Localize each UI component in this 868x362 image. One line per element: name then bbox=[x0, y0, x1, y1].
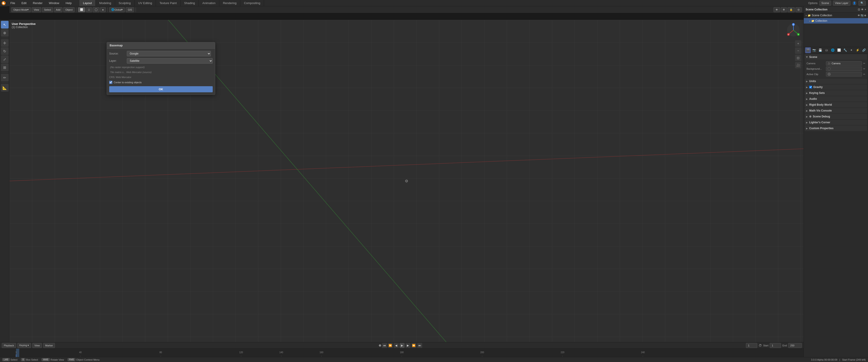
outliner-add-icon[interactable]: + bbox=[865, 8, 866, 11]
playback-menu[interactable]: Playback bbox=[2, 343, 16, 348]
prop-tab-render[interactable]: 📷 bbox=[811, 47, 817, 53]
proportional-edit[interactable]: ◎ bbox=[796, 7, 802, 12]
add-menu[interactable]: Add bbox=[54, 7, 63, 12]
units-section-header[interactable]: ▶ Units bbox=[805, 79, 867, 84]
layer-select[interactable]: Satellite Street Hybrid bbox=[127, 58, 213, 63]
prop-tab-object[interactable]: ⬜ bbox=[836, 47, 842, 53]
custom-props-header[interactable]: ▶ Custom Properties bbox=[805, 126, 867, 131]
scene-section-header[interactable]: ▶ Scene bbox=[805, 54, 867, 60]
prev-frame-btn[interactable]: ⏪ bbox=[388, 343, 393, 348]
timeline-view-menu[interactable]: View bbox=[32, 343, 42, 348]
prop-tab-modifier[interactable]: 🔧 bbox=[842, 47, 848, 53]
center-checkbox[interactable] bbox=[109, 81, 112, 84]
collection-render-icon[interactable]: 📷 bbox=[861, 14, 864, 17]
prop-tab-world[interactable]: 🌐 bbox=[830, 47, 836, 53]
audio-section-header[interactable]: ▶ Audio bbox=[805, 96, 867, 102]
workspace-tab-modeling[interactable]: Modeling bbox=[96, 0, 115, 6]
workspace-tab-uv[interactable]: UV Editing bbox=[134, 0, 156, 6]
jump-start-btn[interactable]: ⏮ bbox=[382, 343, 387, 348]
view-layer-select[interactable]: View Layer bbox=[833, 1, 850, 6]
marker-menu[interactable]: Marker bbox=[43, 343, 55, 348]
viewport-shading-solid[interactable]: ⬜ bbox=[78, 7, 85, 12]
prop-tab-output[interactable]: 💾 bbox=[817, 47, 823, 53]
lighters-corner-header[interactable]: ▶ Lighter's Corner bbox=[805, 120, 867, 125]
start-frame-input[interactable]: 1 bbox=[770, 343, 781, 348]
view-ortho-btn[interactable]: ⊡ bbox=[795, 55, 801, 61]
outliner-view-icon[interactable]: 👁 bbox=[861, 8, 864, 11]
move-tool-btn[interactable]: ✛ bbox=[1, 39, 8, 47]
cursor-tool-btn[interactable]: ⊕ bbox=[1, 29, 8, 37]
rigid-body-header[interactable]: ▶ Rigid Body World bbox=[805, 102, 867, 108]
menu-help[interactable]: Help bbox=[62, 0, 75, 6]
select-menu[interactable]: Select bbox=[42, 7, 53, 12]
zoom-in-btn[interactable]: + bbox=[795, 40, 801, 47]
view-camera-btn[interactable]: 🎥 bbox=[795, 62, 801, 68]
next-frame-btn[interactable]: ⏩ bbox=[411, 343, 416, 348]
viewport-shading-render[interactable]: ● bbox=[100, 7, 106, 12]
active-clip-edit-icon[interactable]: ✏ bbox=[863, 73, 865, 76]
snap-toggle[interactable]: 🔒 bbox=[787, 7, 795, 12]
view-menu[interactable]: View bbox=[32, 7, 41, 12]
background-edit-icon[interactable]: ✏ bbox=[863, 67, 865, 71]
workspace-tab-compositing[interactable]: Compositing bbox=[240, 0, 264, 6]
camera-value[interactable]: 🎥 Camera bbox=[826, 61, 862, 65]
menu-edit[interactable]: Edit bbox=[18, 0, 30, 6]
next-keyframe-btn[interactable]: ▶ bbox=[405, 343, 410, 348]
nav-gizmo[interactable]: Z Y X bbox=[785, 22, 801, 38]
gravity-section-header[interactable]: ▶ Gravity bbox=[805, 84, 867, 90]
object-mode-dropdown[interactable]: Object Mode ▾ bbox=[11, 7, 31, 12]
prop-tab-view-layer[interactable]: 🗂 bbox=[824, 47, 830, 53]
gravity-checkbox[interactable] bbox=[809, 86, 812, 88]
workspace-tab-shading[interactable]: Shading bbox=[181, 0, 199, 6]
gizmo-toggle[interactable]: ⊕ bbox=[781, 7, 787, 12]
workspace-tab-sculpting[interactable]: Sculpting bbox=[115, 0, 134, 6]
annotate-tool-btn[interactable]: ✏ bbox=[1, 74, 8, 81]
keying-sets-header[interactable]: ▶ Keying Sets bbox=[805, 90, 867, 96]
prev-keyframe-btn[interactable]: ◀ bbox=[394, 343, 399, 348]
object-menu[interactable]: Object bbox=[63, 7, 74, 12]
prop-tab-constraints[interactable]: 🔗 bbox=[861, 47, 867, 53]
user-avatar[interactable]: 👤 bbox=[852, 1, 857, 5]
viewport-shading-material[interactable]: ◯ bbox=[93, 7, 99, 12]
workspace-tab-animation[interactable]: Animation bbox=[199, 0, 219, 6]
recording-dot[interactable] bbox=[379, 344, 381, 346]
workspace-tab-layout[interactable]: Layout bbox=[79, 0, 96, 6]
viewport-shading-wire[interactable]: ◻ bbox=[86, 7, 92, 12]
play-btn[interactable]: ▶ bbox=[400, 343, 405, 348]
search-toggle[interactable]: 🔍 bbox=[859, 1, 866, 6]
overlay-toggle[interactable]: 👁 bbox=[774, 7, 780, 12]
outliner-collection[interactable]: ▸ 📁 Collection bbox=[804, 18, 868, 24]
active-clip-value[interactable] bbox=[826, 72, 862, 77]
end-frame-input[interactable]: 250 bbox=[788, 343, 802, 348]
main-viewport[interactable]: User Perspective (1) Collection Z Y X + … bbox=[9, 20, 804, 342]
math-vis-header[interactable]: ▶ Math Vis Console bbox=[805, 108, 867, 113]
menu-file[interactable]: File bbox=[7, 0, 18, 6]
gis-button[interactable]: GIS bbox=[126, 7, 134, 12]
outliner-filter-icon[interactable]: ⊡ bbox=[858, 8, 860, 11]
rotate-tool-btn[interactable]: ↻ bbox=[1, 47, 8, 55]
prop-tab-scene[interactable]: 🎬 bbox=[805, 47, 811, 53]
collection-exclude-icon[interactable]: ⊕ bbox=[864, 14, 866, 17]
jump-end-btn[interactable]: ⏭ bbox=[417, 343, 422, 348]
keying-menu[interactable]: Keying ▾ bbox=[18, 343, 31, 348]
outliner-scene-collection[interactable]: ▾ 📁 Scene Collection 👁 📷 ⊕ bbox=[804, 13, 868, 18]
basemap-ok-button[interactable]: OK bbox=[109, 86, 213, 92]
source-select[interactable]: Google OpenStreetMap Esri bbox=[127, 51, 211, 56]
collection-eye-icon[interactable]: 👁 bbox=[858, 14, 860, 17]
menu-window[interactable]: Window bbox=[46, 0, 62, 6]
zoom-out-btn[interactable]: − bbox=[795, 48, 801, 54]
camera-edit-icon[interactable]: ✏ bbox=[863, 62, 865, 65]
fps-icon[interactable]: ⏱ bbox=[758, 344, 762, 347]
measure-tool-btn[interactable]: 📐 bbox=[1, 84, 8, 92]
timeline-ruler[interactable]: 1 40 80 120 140 160 180 200 220 240 bbox=[0, 349, 804, 357]
scale-tool-btn[interactable]: ⤢ bbox=[1, 55, 8, 63]
scene-select[interactable]: Scene bbox=[819, 1, 831, 6]
select-tool-btn[interactable]: ↖ bbox=[1, 21, 8, 28]
background-value[interactable] bbox=[826, 66, 862, 71]
scene-debug-header[interactable]: ▶ Scene Debug bbox=[805, 114, 867, 119]
prop-tab-physics[interactable]: ⚡ bbox=[855, 47, 861, 53]
transform-tool-btn[interactable]: ⊞ bbox=[1, 63, 8, 71]
workspace-tab-texture[interactable]: Texture Paint bbox=[156, 0, 181, 6]
prop-tab-particles[interactable]: ✦ bbox=[849, 47, 855, 53]
transform-global[interactable]: 🌐 Global ▾ bbox=[109, 7, 125, 12]
